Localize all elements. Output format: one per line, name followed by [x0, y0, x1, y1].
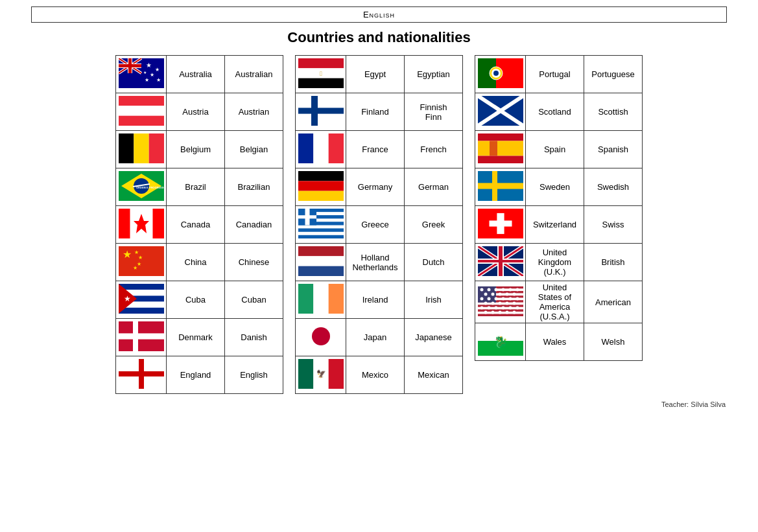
svg-point-141: [494, 297, 497, 300]
flag-cell: [296, 168, 346, 206]
svg-rect-45: [119, 333, 164, 339]
svg-text:𓅃: 𓅃: [320, 70, 322, 77]
svg-point-152: [494, 306, 497, 309]
nationality-name: Spanish: [584, 131, 643, 168]
country-name: United States of America (U.S.A.): [526, 281, 584, 323]
nationality-name: Welsh: [584, 323, 643, 361]
table-row: FranceFrench: [296, 131, 463, 168]
svg-point-147: [498, 301, 501, 305]
country-name: Cuba: [167, 281, 225, 319]
flag-cell: [296, 131, 346, 168]
svg-text:★: ★: [145, 77, 149, 83]
svg-rect-9: [119, 64, 141, 67]
table-row: EnglandEnglish: [116, 356, 283, 394]
nationality-name: Austrian: [225, 93, 283, 131]
country-name: Ireland: [346, 281, 405, 319]
country-name: Germany: [346, 168, 405, 206]
country-name: Egypt: [346, 56, 405, 93]
nationality-name: Cuban: [225, 281, 283, 319]
table-row: SwedenSwedish: [475, 168, 643, 206]
country-name: Scotland: [526, 93, 584, 131]
svg-point-82: [312, 327, 330, 345]
svg-rect-85: [328, 359, 343, 389]
country-name: Holland Netherlands: [346, 244, 405, 281]
svg-point-128: [480, 288, 483, 291]
table-row: IrelandIrish: [296, 281, 463, 319]
table-row: PortugalPortuguese: [475, 56, 643, 93]
table-row: ORDEM E PROGRESSO BrazilBrazilian: [116, 168, 283, 206]
country-name: Mexico: [346, 356, 405, 394]
table-row: BelgiumBelgian: [116, 131, 283, 168]
table-row: SpainSpanish: [475, 131, 643, 168]
table-2: 𓅃 EgyptEgyptian FinlandFinnish Finn Fran…: [295, 55, 463, 394]
svg-rect-56: [298, 133, 313, 163]
country-name: Switzerland: [526, 206, 584, 244]
svg-rect-17: [119, 106, 164, 115]
svg-rect-95: [478, 133, 523, 141]
svg-point-151: [487, 306, 490, 309]
svg-point-158: [498, 310, 501, 314]
nationality-name: Belgian: [225, 131, 283, 168]
country-name: Denmark: [167, 319, 225, 356]
svg-point-159: [505, 310, 508, 314]
svg-rect-96: [478, 141, 523, 156]
svg-rect-101: [478, 183, 523, 189]
svg-rect-49: [298, 58, 344, 68]
tables-container: ★ ★ ★ ★ ★ ★ AustraliaAustralian AustriaA…: [13, 55, 745, 394]
svg-rect-75: [298, 246, 344, 256]
country-name: Australia: [167, 56, 225, 93]
svg-point-156: [484, 310, 487, 314]
nationality-name: Swiss: [584, 206, 643, 244]
table-row: 🦅 MexicoMexican: [296, 356, 463, 394]
svg-rect-18: [119, 116, 164, 126]
svg-point-157: [491, 310, 494, 314]
svg-rect-59: [298, 171, 344, 181]
svg-point-142: [501, 297, 504, 300]
svg-point-143: [508, 297, 512, 300]
svg-point-154: [508, 306, 512, 309]
flag-cell: [116, 93, 167, 131]
svg-rect-21: [148, 133, 163, 163]
svg-text:★: ★: [146, 62, 152, 69]
svg-rect-16: [119, 96, 164, 106]
table-3: PortugalPortuguese ScotlandScottish Spai…: [475, 55, 643, 361]
svg-rect-98: [490, 141, 497, 156]
flag-cell: [116, 319, 167, 356]
table-row: FinlandFinnish Finn: [296, 93, 463, 131]
nationality-name: Irish: [405, 281, 463, 319]
svg-text:★: ★: [156, 77, 161, 83]
svg-text:ORDEM E PROGRESSO: ORDEM E PROGRESSO: [136, 186, 164, 189]
svg-rect-71: [298, 235, 344, 238]
flag-cell: ★ ★ ★ ★ ★: [116, 244, 167, 281]
svg-rect-19: [119, 133, 134, 163]
nationality-name: French: [405, 131, 463, 168]
flag-cell: ★: [116, 281, 167, 319]
svg-text:★: ★: [123, 249, 132, 260]
svg-text:★: ★: [150, 72, 154, 78]
footer-text: Teacher: Sílvia Silva: [13, 400, 745, 408]
nationality-name: British: [584, 244, 643, 281]
svg-rect-126: [478, 314, 523, 316]
flag-cell: 🐉: [475, 323, 526, 361]
table-row: ★ ★ ★ ★ ★ ★ AustraliaAustralian: [116, 56, 283, 93]
nationality-name: Danish: [225, 319, 283, 356]
svg-point-133: [515, 288, 519, 291]
country-name: Sweden: [526, 168, 584, 206]
country-name: Japan: [346, 319, 405, 356]
flag-cell: 𓅃: [296, 56, 346, 93]
flag-cell: [475, 131, 526, 168]
flag-cell: [475, 93, 526, 131]
table-row: 𓅃 EgyptEgyptian: [296, 56, 463, 93]
svg-rect-77: [298, 266, 344, 276]
country-name: Brazil: [167, 168, 225, 206]
country-name: France: [346, 131, 405, 168]
svg-text:★: ★: [155, 67, 160, 73]
svg-point-160: [512, 310, 515, 314]
table-row: CanadaCanadian: [116, 206, 283, 244]
table-row: United Kingdom (U.K.)British: [475, 244, 643, 281]
table-row: United States of America (U.S.A.)America…: [475, 281, 643, 323]
table-row: ★ CubaCuban: [116, 281, 283, 319]
nationality-name: Australian: [225, 56, 283, 93]
svg-rect-79: [313, 284, 328, 314]
svg-rect-61: [298, 191, 344, 201]
